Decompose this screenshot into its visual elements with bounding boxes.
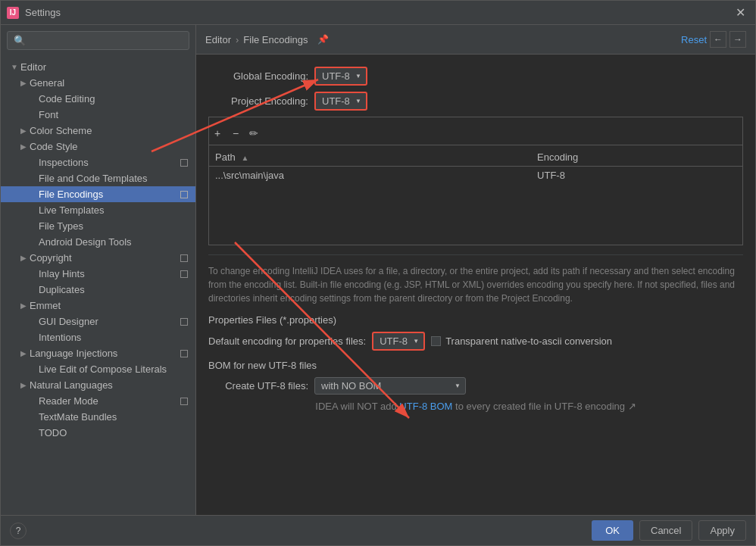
default-encoding-label: Default encoding for properties files:: [208, 335, 366, 347]
badge: [179, 158, 189, 168]
sidebar-item-code-editing[interactable]: Code Editing: [1, 91, 195, 107]
search-input[interactable]: [7, 31, 189, 50]
sidebar-item-font[interactable]: Font: [1, 107, 195, 123]
sidebar-item-android-design-tools[interactable]: Android Design Tools: [1, 234, 195, 250]
properties-section: Properties Files (*.properties) Default …: [208, 314, 743, 351]
item-label: File Encodings: [39, 189, 103, 200]
close-button[interactable]: ✕: [731, 4, 749, 22]
create-utf8-dropdown[interactable]: with NO BOM: [314, 377, 466, 395]
item-label: Language Injections: [30, 348, 117, 359]
spacer: [28, 413, 37, 422]
editor-label: Editor: [20, 61, 46, 73]
edit-button[interactable]: ✏: [245, 125, 262, 142]
search-box: [1, 25, 195, 56]
spacer: [28, 238, 37, 247]
item-label: Color Scheme: [30, 125, 92, 136]
idea-note-suffix: to every created file in UTF-8 encoding …: [455, 401, 636, 412]
sidebar-item-color-scheme[interactable]: ▶ Color Scheme: [1, 123, 195, 139]
spacer: [28, 285, 37, 295]
sidebar-item-code-style[interactable]: ▶ Code Style: [1, 139, 195, 154]
sidebar-item-copyright[interactable]: ▶ Copyright: [1, 250, 195, 266]
sidebar-item-live-templates[interactable]: Live Templates: [1, 202, 195, 218]
expand-icon: ▼: [10, 63, 19, 72]
info-text: To change encoding IntelliJ IDEA uses fo…: [208, 254, 743, 305]
sidebar-item-inspections[interactable]: Inspections: [1, 154, 195, 170]
sidebar-item-file-encodings[interactable]: File Encodings: [1, 186, 195, 202]
spacer: [28, 111, 37, 120]
spacer: [28, 397, 37, 406]
dialog-actions: OK Cancel Apply: [592, 520, 746, 541]
sidebar-item-duplicates[interactable]: Duplicates: [1, 282, 195, 298]
sidebar-item-file-types[interactable]: File Types: [1, 218, 195, 234]
global-encoding-label: Global Encoding:: [208, 70, 314, 82]
spacer: [28, 95, 37, 104]
sidebar-item-live-edit-compose[interactable]: Live Edit of Compose Literals: [1, 361, 195, 377]
item-label: Inspections: [39, 157, 89, 168]
expand-icon: ▶: [19, 254, 28, 263]
default-encoding-row: Default encoding for properties files: U…: [208, 332, 743, 351]
reset-button[interactable]: Reset: [681, 34, 707, 45]
table-row[interactable]: ...\src\main\java UTF-8: [209, 167, 742, 185]
sidebar-item-inlay-hints[interactable]: Inlay Hints: [1, 266, 195, 282]
item-label: Live Edit of Compose Literals: [39, 363, 167, 375]
item-label: GUI Designer: [39, 316, 98, 327]
spacer: [28, 333, 37, 342]
sidebar-item-todo[interactable]: TODO: [1, 425, 195, 441]
item-label: Font: [39, 109, 58, 120]
nav-back-button[interactable]: ←: [710, 31, 726, 48]
remove-button[interactable]: −: [227, 125, 244, 142]
transparent-checkbox[interactable]: [431, 336, 441, 346]
sidebar-item-language-injections[interactable]: ▶ Language Injections: [1, 345, 195, 361]
badge: [179, 396, 189, 407]
item-label: Live Templates: [39, 204, 104, 216]
breadcrumb-parent: Editor: [205, 34, 231, 45]
cancel-button[interactable]: Cancel: [639, 520, 692, 541]
item-label: Intentions: [39, 332, 81, 343]
item-label: Inlay Hints: [39, 268, 85, 279]
project-encoding-value: UTF-8: [322, 95, 350, 107]
bom-section-title: BOM for new UTF-8 files: [208, 360, 743, 371]
path-cell: ...\src\main\java: [209, 167, 531, 185]
badge: [179, 348, 189, 359]
expand-icon: ▶: [19, 126, 28, 136]
item-label: Reader Mode: [39, 395, 98, 407]
title-bar: IJ Settings ✕: [1, 1, 755, 25]
badge: [179, 317, 189, 327]
item-label: File Types: [39, 220, 83, 232]
settings-dialog: IJ Settings ✕ ▼ Editor ▶ General Code: [0, 0, 756, 546]
ok-button[interactable]: OK: [592, 520, 633, 541]
app-icon: IJ: [7, 7, 19, 19]
item-label: Emmet: [30, 300, 61, 311]
project-encoding-row: Project Encoding: UTF-8: [208, 92, 743, 111]
sidebar-item-intentions[interactable]: Intentions: [1, 329, 195, 345]
project-encoding-dropdown[interactable]: UTF-8: [314, 92, 367, 111]
breadcrumb-current: File Encodings: [243, 34, 308, 45]
expand-icon: ▶: [19, 381, 28, 390]
item-label: Copyright: [30, 252, 72, 264]
file-table: Path ▲ Encoding ...\src\main\java: [209, 148, 742, 184]
item-label: Natural Languages: [30, 379, 113, 391]
sidebar-item-emmet[interactable]: ▶ Emmet: [1, 298, 195, 314]
spacer: [28, 365, 37, 374]
sidebar-item-reader-mode[interactable]: Reader Mode: [1, 393, 195, 409]
sidebar-item-gui-designer[interactable]: GUI Designer: [1, 314, 195, 329]
utf8-bom-link[interactable]: UTF-8 BOM: [399, 401, 452, 412]
sidebar-item-textmate-bundles[interactable]: TextMate Bundles: [1, 409, 195, 425]
default-encoding-dropdown[interactable]: UTF-8: [372, 332, 425, 351]
global-encoding-row: Global Encoding: UTF-8: [208, 67, 743, 86]
sidebar-item-natural-languages[interactable]: ▶ Natural Languages: [1, 377, 195, 393]
spacer: [28, 174, 37, 183]
expand-icon: ▶: [19, 142, 28, 151]
global-encoding-value: UTF-8: [322, 70, 350, 82]
nav-forward-button[interactable]: →: [729, 31, 746, 48]
spacer: [28, 270, 37, 279]
global-encoding-dropdown[interactable]: UTF-8: [314, 67, 367, 86]
item-label: Code Editing: [39, 93, 95, 105]
sidebar-item-file-code-templates[interactable]: File and Code Templates: [1, 170, 195, 186]
toolbar: + − ✏: [209, 125, 742, 145]
apply-button[interactable]: Apply: [698, 520, 746, 541]
help-button[interactable]: ?: [10, 523, 27, 539]
add-button[interactable]: +: [209, 125, 226, 142]
sidebar-item-editor[interactable]: ▼ Editor: [1, 59, 195, 75]
sidebar-item-general[interactable]: ▶ General: [1, 75, 195, 91]
